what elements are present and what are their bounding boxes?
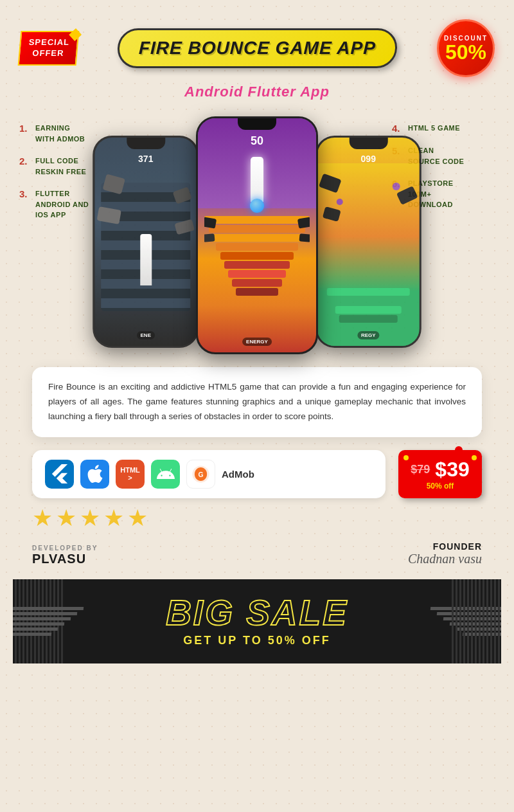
admob-icon: G [186, 460, 215, 489]
discount-badge: DISCOUNT 50% [437, 19, 495, 77]
phone-center: 50 [196, 116, 318, 354]
star-3: ★ [80, 505, 100, 532]
page-wrapper: SPECIAL OFFER FIRE BOUNCE GAME APP DISCO… [0, 0, 514, 812]
description-box: Fire Bounce is an exciting and addictive… [32, 367, 482, 437]
phone-score-center: 50 [198, 134, 316, 148]
feature-item-4: 4. HTML 5 GAME [392, 123, 495, 134]
description-text: Fire Bounce is an exciting and addictive… [48, 380, 466, 424]
star-5: ★ [127, 505, 148, 532]
discount-pct: 50% [445, 42, 486, 62]
energy-bar-left: ENE [137, 331, 155, 339]
tech-icons-row: HTML> G AdMob [32, 450, 386, 498]
feature-text-2: FULL CODERESKIN FREE [35, 156, 86, 177]
phone-notch-center [238, 118, 276, 130]
dev-by-label: DEVELOPED BY [32, 545, 98, 552]
star-2: ★ [56, 505, 76, 532]
stars-row: ★ ★ ★ ★ ★ [13, 501, 501, 535]
tech-price-section: HTML> G AdMob [32, 450, 482, 498]
feature-text-1: EARNINGWITH ADMOB [35, 123, 85, 144]
price-off: 50% off [410, 482, 470, 491]
title-banner: FIRE BOUNCE GAME APP [117, 28, 398, 68]
feature-number-2: 2. [19, 156, 32, 167]
phone-screen-center: 50 [198, 118, 316, 352]
energy-bar-right: REGY [357, 331, 380, 339]
phones-container: 371 ENE [128, 110, 386, 354]
energy-bar-center: ENERGY [242, 338, 272, 346]
price-tag: $79 $39 50% off [398, 450, 482, 498]
old-price: $79 [411, 463, 430, 476]
dev-right: FOUNDER Chadnan vasu [408, 541, 482, 566]
app-title: FIRE BOUNCE GAME APP [139, 38, 377, 59]
feature-number-4: 4. [392, 123, 405, 134]
new-price: $39 [435, 458, 469, 482]
phone-score-right: 099 [317, 154, 420, 164]
phone-left: 371 ENE [93, 136, 199, 348]
phone-right: 099 [315, 136, 421, 348]
developer-section: DEVELOPED BY PLVASU FOUNDER Chadnan vasu [32, 541, 482, 566]
feature-number-1: 1. [19, 123, 32, 134]
phone-screen-left: 371 ENE [94, 138, 197, 346]
star-1: ★ [32, 505, 53, 532]
android-icon [151, 460, 180, 489]
founder-name: Chadnan vasu [408, 552, 482, 566]
html5-icon: HTML> [116, 460, 145, 489]
star-4: ★ [103, 505, 124, 532]
subtitle: Android Flutter App [13, 84, 501, 100]
phone-notch-left [127, 138, 165, 149]
phone-score-left: 371 [94, 154, 197, 164]
features-phone-section: 1. EARNINGWITH ADMOB 2. FULL CODERESKIN … [19, 110, 495, 354]
phone-screen-right: 099 [317, 138, 420, 346]
special-offer-badge: SPECIAL OFFER [18, 31, 80, 66]
phone-notch-right [349, 138, 387, 149]
dev-name: PLVASU [32, 552, 98, 566]
feature-text-3: FLUTTERANDROID ANDIOS APP [35, 188, 89, 221]
appstore-icon [80, 460, 109, 489]
feature-text-4: HTML 5 GAME [408, 123, 460, 134]
price-string: $79 $39 [410, 458, 470, 482]
feature-number-3: 3. [19, 188, 32, 199]
svg-text:G: G [198, 471, 203, 478]
special-offer-text: SPECIAL OFFER [28, 37, 70, 59]
founder-label: FOUNDER [408, 541, 482, 552]
header: SPECIAL OFFER FIRE BOUNCE GAME APP DISCO… [13, 13, 501, 77]
admob-label: AdMob [222, 469, 254, 480]
flutter-icon [45, 460, 74, 489]
bottom-banner: BIG SALE GET UP TO 50% OFF [13, 579, 501, 663]
dev-left: DEVELOPED BY PLVASU [32, 545, 98, 566]
